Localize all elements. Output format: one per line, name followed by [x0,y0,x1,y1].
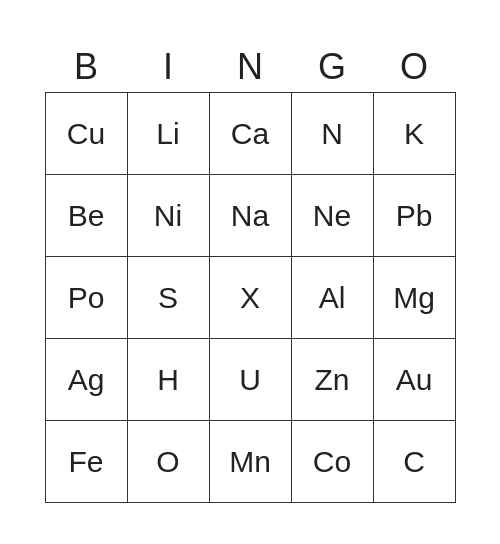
list-item: Ag [45,339,127,421]
list-item: Co [291,421,373,503]
list-item: Ne [291,175,373,257]
table-row: PoSXAlMg [45,257,455,339]
list-item: U [209,339,291,421]
list-item: Ca [209,93,291,175]
list-item: S [127,257,209,339]
bingo-grid: CuLiCaNKBeNiNaNePbPoSXAlMgAgHUZnAuFeOMnC… [45,93,455,503]
list-item: Po [45,257,127,339]
list-item: Mg [373,257,455,339]
list-item: Pb [373,175,455,257]
list-item: C [373,421,455,503]
list-item: Ni [127,175,209,257]
bingo-header-row: B I N G O [45,41,455,93]
table-row: BeNiNaNePb [45,175,455,257]
list-item: Be [45,175,127,257]
list-item: Al [291,257,373,339]
list-item: Mn [209,421,291,503]
list-item: Fe [45,421,127,503]
list-item: Zn [291,339,373,421]
list-item: X [209,257,291,339]
header-N: N [209,41,291,93]
list-item: N [291,93,373,175]
table-row: AgHUZnAu [45,339,455,421]
header-B: B [45,41,127,93]
list-item: Cu [45,93,127,175]
list-item: Li [127,93,209,175]
list-item: Au [373,339,455,421]
bingo-board: B I N G O CuLiCaNKBeNiNaNePbPoSXAlMgAgHU… [45,41,456,504]
list-item: H [127,339,209,421]
list-item: Na [209,175,291,257]
list-item: O [127,421,209,503]
table-row: CuLiCaNK [45,93,455,175]
table-row: FeOMnCoC [45,421,455,503]
header-I: I [127,41,209,93]
header-O: O [373,41,455,93]
header-G: G [291,41,373,93]
list-item: K [373,93,455,175]
